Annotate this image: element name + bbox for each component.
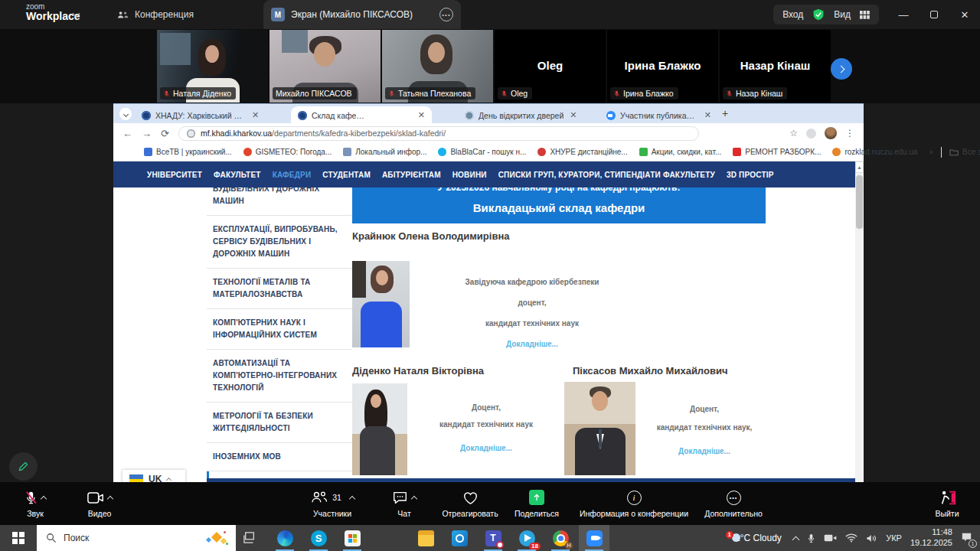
- tab-screen-share[interactable]: М Экран (Михайло ПІКСАСОВ) •••: [263, 0, 461, 29]
- browser-tab-khadu[interactable]: ХНАДУ: Харківський національ ✕: [135, 106, 291, 124]
- details-link[interactable]: Докладніше...: [678, 447, 730, 455]
- video-tile-oleg[interactable]: Oleg Oleg: [495, 30, 606, 103]
- more-button[interactable]: ••• Дополнительно: [698, 482, 769, 525]
- nav-abituriientam[interactable]: АБІТУРІЄНТАМ: [382, 171, 441, 179]
- details-link[interactable]: Докладніше...: [460, 444, 512, 452]
- faculty-photo-didenko[interactable]: [352, 383, 407, 475]
- keyboard-language[interactable]: УКР: [886, 533, 902, 543]
- tab-close-icon[interactable]: ✕: [704, 110, 711, 120]
- share-screen-button[interactable]: Поделиться: [508, 482, 566, 525]
- taskbar-outlook[interactable]: [444, 525, 475, 551]
- view-button[interactable]: Вид: [834, 9, 851, 20]
- layout-grid-icon[interactable]: [860, 11, 870, 19]
- taskbar-file-explorer[interactable]: [410, 525, 441, 551]
- tray-expand-chevron-icon[interactable]: [792, 536, 800, 543]
- page-scrollbar[interactable]: ▲: [855, 161, 864, 482]
- scrollbar-thumb[interactable]: [856, 175, 863, 229]
- sidebar-item-tekhnolohii-metaliv[interactable]: ТЕХНОЛОГІЇ МЕТАЛІВ ТА МАТЕРІАЛОЗНАВСТВА: [207, 269, 352, 309]
- minimize-button[interactable]: —: [888, 0, 919, 29]
- video-tile-iryna[interactable]: Ірина Блажко Ірина Блажко: [607, 30, 718, 103]
- browser-tab-open-day[interactable]: День відкритих дверей ✕: [458, 106, 590, 124]
- profile-avatar[interactable]: [825, 127, 837, 139]
- participants-button[interactable]: 31 Участники: [297, 482, 368, 525]
- back-icon[interactable]: ←: [122, 128, 132, 139]
- bookmark-remont[interactable]: РЕМОНТ РАЗБОРК...: [733, 148, 821, 156]
- tab-options-icon[interactable]: •••: [439, 8, 453, 21]
- sidebar-item-budivelnykh-mashyn[interactable]: БУДІВЕЛЬНИХ І ДОРОЖНІХ МАШИН: [207, 187, 352, 216]
- annotate-button[interactable]: [9, 452, 38, 481]
- taskbar-skype[interactable]: S: [303, 525, 334, 551]
- bookmark-khnure[interactable]: ХНУРЕ дистанційне...: [537, 148, 627, 156]
- bookmark-sales[interactable]: Акции, скидки, кат...: [639, 148, 722, 156]
- meeting-info-button[interactable]: i Информация о конференции: [568, 482, 700, 525]
- nav-novyny[interactable]: НОВИНИ: [452, 171, 487, 179]
- faculty-photo-piksasov[interactable]: [564, 382, 635, 475]
- bookmark-rozklad[interactable]: rozklad.nuczu.edu.ua: [832, 148, 917, 156]
- browser-tab-sklad-kafedri[interactable]: Склад кафедри ✕: [291, 106, 432, 124]
- nav-universytet[interactable]: УНІВЕРСИТЕТ: [147, 171, 202, 179]
- new-tab-button[interactable]: +: [722, 107, 728, 119]
- bookmark-star-icon[interactable]: ☆: [789, 128, 798, 139]
- video-tile-nazar[interactable]: Назар Кінаш Назар Кінаш: [720, 30, 831, 103]
- taskbar-weather[interactable]: 1 1°C Cloudy: [729, 525, 782, 551]
- taskbar-teams[interactable]: T: [478, 525, 508, 551]
- tab-close-icon[interactable]: ✕: [418, 110, 425, 120]
- menu-kebab-icon[interactable]: ⋮: [845, 128, 854, 139]
- sidebar-item-inozemnykh-mov[interactable]: ІНОЗЕМНИХ МОВ: [207, 443, 352, 471]
- faculty-photo-krainiuk[interactable]: [352, 261, 410, 347]
- audio-button[interactable]: Звук: [11, 482, 60, 525]
- forward-icon[interactable]: →: [142, 128, 152, 139]
- tab-close-icon[interactable]: ✕: [252, 110, 259, 120]
- bookmark-vsetv[interactable]: ВсеТВ | украинский...: [144, 148, 232, 156]
- taskbar-chrome[interactable]: H: [545, 525, 576, 551]
- sidebar-item-avtomatyzatsii[interactable]: АВТОМАТИЗАЦІЇ ТА КОМП'ЮТЕРНО-ІНТЕГРОВАНИ…: [207, 350, 352, 403]
- tab-close-icon[interactable]: ✕: [570, 110, 577, 120]
- bookmark-local-info[interactable]: Локальный инфор...: [343, 148, 426, 156]
- participants-options-chevron[interactable]: [349, 496, 355, 502]
- tray-clock[interactable]: 11:48 19.12.2025: [910, 527, 952, 549]
- bookmark-gismeteo[interactable]: GISMETEO: Погода...: [243, 148, 332, 156]
- nav-3d-prostir[interactable]: 3D ПРОСТІР: [727, 171, 774, 179]
- chat-options-chevron[interactable]: [411, 496, 417, 502]
- tray-mic-icon[interactable]: [807, 533, 815, 544]
- taskbar-store[interactable]: [337, 525, 368, 551]
- bookmarks-overflow-icon[interactable]: »: [929, 148, 934, 156]
- bookmark-blablacar[interactable]: BlaBlaCar - пошук н...: [438, 148, 526, 156]
- sidebar-item-kompiuternykh-nauk[interactable]: КОМП'ЮТЕРНИХ НАУК І ІНФОРМАЦІЙНИХ СИСТЕМ: [207, 309, 352, 350]
- address-bar[interactable]: mf.khadi.kharkov.ua/departments/kafedra-…: [178, 126, 699, 141]
- react-button[interactable]: Отреагировать: [436, 482, 504, 525]
- sidebar-item-metrolohii[interactable]: МЕТРОЛОГІЇ ТА БЕЗПЕКИ ЖИТТЄДІЯЛЬНОСТІ: [207, 403, 352, 443]
- volume-icon[interactable]: [866, 533, 877, 543]
- taskbar-search[interactable]: Поиск: [37, 525, 236, 551]
- all-bookmarks-button[interactable]: Все закладки: [949, 148, 980, 156]
- start-button[interactable]: [0, 525, 37, 551]
- close-button[interactable]: ✕: [949, 0, 980, 29]
- action-center-button[interactable]: 1: [961, 531, 972, 545]
- leave-button[interactable]: Выйти: [923, 482, 972, 525]
- video-tile-natalia[interactable]: Наталя Діденко: [157, 30, 268, 103]
- nav-kafedry-active[interactable]: КАФЕДРИ: [273, 171, 312, 179]
- signin-button[interactable]: Вход: [782, 9, 803, 20]
- sidebar-item-ekspluatatsii[interactable]: ЕКСПЛУАТАЦІЇ, ВИПРОБУВАНЬ, СЕРВІСУ БУДІВ…: [207, 216, 352, 269]
- browser-tab-zoom[interactable]: Участник публикации - Zoom ✕: [599, 106, 718, 124]
- task-view-button[interactable]: [234, 525, 265, 551]
- nav-studentam[interactable]: СТУДЕНТАМ: [322, 171, 371, 179]
- taskbar-telegram[interactable]: 18: [511, 525, 542, 551]
- scroll-up-icon[interactable]: ▲: [855, 161, 864, 173]
- shield-check-icon[interactable]: [812, 8, 825, 21]
- video-options-chevron[interactable]: [106, 496, 113, 502]
- taskbar-edge[interactable]: [270, 525, 300, 551]
- taskbar-zoom-active[interactable]: [579, 525, 609, 551]
- video-button[interactable]: Видео: [75, 482, 124, 525]
- tab-search-icon[interactable]: [119, 108, 132, 120]
- wifi-icon[interactable]: [845, 533, 858, 543]
- audio-options-chevron[interactable]: [41, 496, 47, 502]
- chat-button[interactable]: Чат: [381, 482, 427, 525]
- nav-fakultet[interactable]: ФАКУЛЬТЕТ: [214, 171, 261, 179]
- tray-camera-icon[interactable]: [824, 533, 837, 543]
- language-selector[interactable]: UK: [122, 470, 185, 482]
- video-tile-mykhailo-active-speaker[interactable]: Михайло ПІКСАСОВ: [270, 30, 381, 103]
- nav-spysky-hrup[interactable]: СПИСКИ ГРУП, КУРАТОРИ, СТИПЕНДІАТИ ФАКУЛ…: [498, 171, 715, 179]
- extensions-icon[interactable]: [806, 129, 816, 139]
- details-link[interactable]: Докладніше...: [506, 340, 558, 348]
